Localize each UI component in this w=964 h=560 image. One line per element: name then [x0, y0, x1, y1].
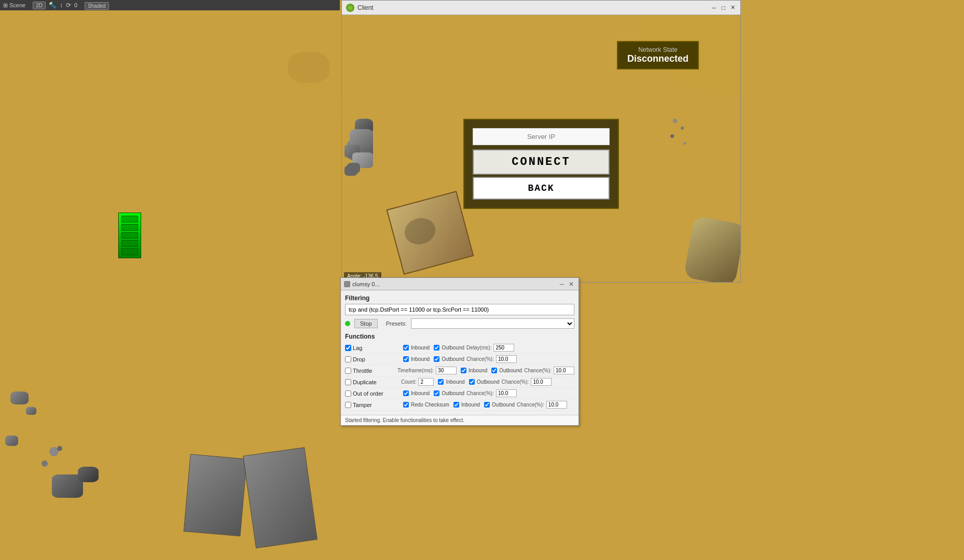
game-crate [387, 191, 474, 275]
tamper-outbound-text: Outbound [492, 402, 515, 408]
out-of-order-chance-input[interactable] [496, 389, 517, 397]
connect-button[interactable]: CONNECT [473, 149, 610, 175]
drop-name: Drop [353, 356, 365, 362]
status-text: Started filtering. Enable functionalitie… [345, 417, 464, 423]
scene-tab[interactable]: ⊞ Scene [3, 2, 25, 9]
tamper-params: Redo Checksum Inbound Outbound Chance(%)… [401, 401, 574, 409]
out-of-order-checkbox-label[interactable]: Out of order [345, 390, 397, 397]
2d-toggle[interactable]: 2D [33, 2, 46, 9]
drop-checkbox-label[interactable]: Drop [345, 356, 397, 362]
rock-1 [10, 391, 29, 404]
throttle-inbound-checkbox[interactable] [461, 368, 466, 373]
tamper-outbound-checkbox[interactable] [484, 402, 490, 408]
duplicate-count-input[interactable] [418, 378, 434, 386]
tamper-inbound-label[interactable]: Inbound [453, 402, 480, 408]
filter-controls: Stop Presets: [345, 318, 574, 329]
out-of-order-outbound-checkbox[interactable] [434, 390, 439, 396]
tamper-checkbox-label[interactable]: Tamper [345, 402, 397, 408]
duplicate-chance-input[interactable] [531, 378, 552, 386]
toolbar-icon-3: ⟳ [66, 2, 71, 9]
duplicate-outbound-label[interactable]: Outbound [469, 379, 500, 385]
presets-dropdown[interactable] [411, 318, 574, 329]
throttle-inbound-text: Inbound [469, 368, 487, 373]
lag-outbound-label[interactable]: Outbound [434, 345, 464, 351]
duplicate-checkbox-label[interactable]: Duplicate [345, 379, 397, 385]
stop-button[interactable]: Stop [354, 319, 378, 328]
toolbar-icon-2: ↕ [60, 2, 63, 9]
throttle-timeframe-input[interactable] [436, 367, 457, 374]
lag-outbound-checkbox[interactable] [434, 345, 439, 351]
throttle-params: Timeframe(ms): Inbound Outbound Chance(%… [397, 367, 574, 374]
drop-checkbox[interactable] [345, 356, 351, 362]
duplicate-chance-label: Chance(%): [502, 379, 529, 385]
maximize-button[interactable]: □ [720, 4, 727, 11]
duplicate-outbound-checkbox[interactable] [469, 379, 475, 385]
out-of-order-outbound-label[interactable]: Outbound [434, 390, 464, 396]
game-content: Network State Disconnected CONNECT BACK … [342, 15, 740, 282]
filter-input[interactable] [345, 304, 574, 315]
tamper-chance-label: Chance(%): [517, 402, 544, 408]
throttle-checkbox-label[interactable]: Throttle [345, 368, 393, 374]
tamper-redo-checksum-checkbox[interactable] [403, 402, 409, 408]
throttle-chance-label: Chance(%): [524, 368, 552, 373]
duplicate-checkbox[interactable] [345, 379, 351, 385]
clumsy-close-button[interactable]: ✕ [567, 281, 575, 288]
function-row-duplicate: Duplicate Count: Inbound Outbound Chance… [345, 376, 574, 388]
lag-checkbox-label[interactable]: Lag [345, 345, 397, 351]
clumsy-minimize-button[interactable]: ─ [558, 281, 566, 288]
out-of-order-inbound-checkbox[interactable] [403, 390, 409, 396]
back-button[interactable]: BACK [473, 177, 610, 200]
function-row-out-of-order: Out of order Inbound Outbound Chance(%): [345, 388, 574, 399]
toolbar-icon-1: 🔦 [49, 2, 57, 9]
lag-delay-input[interactable] [493, 344, 514, 352]
lag-name: Lag [353, 345, 362, 351]
scene-tab-label: Scene [9, 2, 25, 8]
shading-mode-btn[interactable]: Shaded [85, 2, 108, 10]
terrain-detail-1 [288, 52, 329, 83]
debris-3 [57, 446, 62, 451]
container-1 [184, 454, 247, 536]
close-button[interactable]: ✕ [729, 4, 736, 11]
clumsy-title-text: clumsy 0... [352, 281, 556, 287]
server-ip-input[interactable] [473, 128, 610, 145]
status-bar: Started filtering. Enable functionalitie… [341, 415, 579, 425]
throttle-inbound-label[interactable]: Inbound [461, 368, 487, 373]
drop-outbound-label[interactable]: Outbound [434, 356, 464, 362]
filtering-section-title: Filtering [345, 295, 574, 302]
throttle-chance-input[interactable] [554, 367, 574, 374]
throttle-outbound-checkbox[interactable] [491, 368, 497, 373]
tamper-chance-input[interactable] [546, 401, 567, 409]
function-row-lag: Lag Inbound Outbound Delay(ms): [345, 342, 574, 354]
minimize-button[interactable]: ─ [710, 4, 718, 11]
drop-outbound-checkbox[interactable] [434, 356, 439, 362]
tamper-inbound-checkbox[interactable] [453, 402, 459, 408]
rock-3 [5, 436, 18, 446]
game-title-text: Client [357, 4, 710, 11]
lag-checkbox[interactable] [345, 345, 351, 351]
lag-inbound-checkbox[interactable] [403, 345, 409, 351]
debris-particles [668, 119, 699, 160]
drop-outbound-text: Outbound [442, 356, 464, 362]
drop-inbound-label[interactable]: Inbound [403, 356, 430, 362]
out-of-order-inbound-label[interactable]: Inbound [403, 390, 430, 396]
presets-label: Presets: [386, 320, 407, 327]
tamper-outbound-label[interactable]: Outbound [484, 402, 515, 408]
connect-dialog: CONNECT BACK [463, 119, 619, 209]
tamper-checkbox[interactable] [345, 402, 351, 408]
lag-inbound-label[interactable]: Inbound [403, 345, 430, 351]
duplicate-inbound-checkbox[interactable] [438, 379, 444, 385]
duplicate-params: Count: Inbound Outbound Chance(%): [401, 378, 574, 386]
clumsy-body: Filtering Stop Presets: Functions Lag [341, 290, 579, 415]
tamper-redo-checksum-label[interactable]: Redo Checksum [403, 402, 449, 408]
debris-2 [42, 460, 48, 467]
lag-inbound-text: Inbound [411, 345, 430, 351]
window-controls: ─ □ ✕ [710, 4, 736, 11]
scene-editor-panel: ⊞ Scene 2D 🔦 ↕ ⟳ 0 Shaded [0, 0, 340, 560]
throttle-checkbox[interactable] [345, 368, 351, 374]
drop-inbound-checkbox[interactable] [403, 356, 409, 362]
duplicate-inbound-label[interactable]: Inbound [438, 379, 464, 385]
clumsy-window: clumsy 0... ─ ✕ Filtering Stop Presets: … [340, 277, 579, 426]
throttle-outbound-label[interactable]: Outbound [491, 368, 522, 373]
out-of-order-checkbox[interactable] [345, 390, 351, 397]
drop-chance-input[interactable] [496, 355, 517, 363]
